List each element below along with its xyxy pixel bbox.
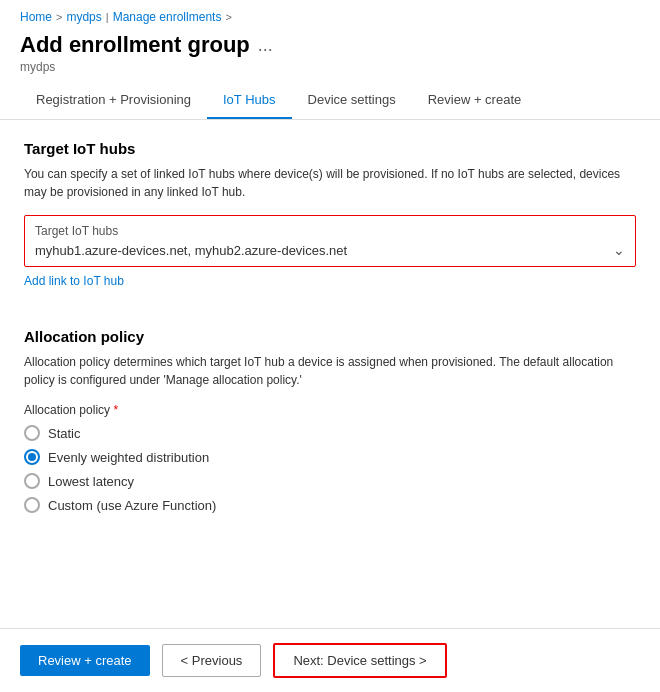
radio-custom-label: Custom (use Azure Function) bbox=[48, 498, 216, 513]
target-iot-hubs-dropdown-icon[interactable]: ⌄ bbox=[613, 242, 625, 258]
allocation-policy-title: Allocation policy bbox=[24, 328, 636, 345]
breadcrumb-sep-3: > bbox=[225, 11, 231, 23]
radio-evenly-weighted-outer[interactable] bbox=[24, 449, 40, 465]
target-iot-hubs-value-row: myhub1.azure-devices.net, myhub2.azure-d… bbox=[35, 242, 625, 258]
radio-lowest-latency[interactable]: Lowest latency bbox=[24, 473, 636, 489]
radio-static-outer[interactable] bbox=[24, 425, 40, 441]
next-device-settings-button[interactable]: Next: Device settings > bbox=[273, 643, 446, 678]
breadcrumb-manage-enrollments[interactable]: Manage enrollments bbox=[113, 10, 222, 24]
footer-bar: Review + create < Previous Next: Device … bbox=[0, 628, 660, 692]
allocation-policy-desc: Allocation policy determines which targe… bbox=[24, 353, 636, 389]
tabs-bar: Registration + Provisioning IoT Hubs Dev… bbox=[0, 82, 660, 120]
required-marker: * bbox=[113, 403, 118, 417]
breadcrumb-sep-1: > bbox=[56, 11, 62, 23]
radio-custom-outer[interactable] bbox=[24, 497, 40, 513]
radio-lowest-latency-label: Lowest latency bbox=[48, 474, 134, 489]
tab-iot-hubs[interactable]: IoT Hubs bbox=[207, 82, 292, 119]
target-iot-hubs-desc: You can specify a set of linked IoT hubs… bbox=[24, 165, 636, 201]
page-subtitle: mydps bbox=[0, 60, 660, 82]
breadcrumb: Home > mydps | Manage enrollments > bbox=[0, 0, 660, 28]
radio-evenly-weighted-label: Evenly weighted distribution bbox=[48, 450, 209, 465]
radio-static[interactable]: Static bbox=[24, 425, 636, 441]
previous-button[interactable]: < Previous bbox=[162, 644, 262, 677]
radio-custom[interactable]: Custom (use Azure Function) bbox=[24, 497, 636, 513]
breadcrumb-sep-2: | bbox=[106, 11, 109, 23]
allocation-policy-radio-group: Static Evenly weighted distribution Lowe… bbox=[24, 425, 636, 513]
target-iot-hubs-field-label: Target IoT hubs bbox=[35, 224, 625, 238]
tab-review-create[interactable]: Review + create bbox=[412, 82, 538, 119]
allocation-policy-section: Allocation policy Allocation policy dete… bbox=[24, 328, 636, 513]
target-iot-hubs-field: Target IoT hubs myhub1.azure-devices.net… bbox=[24, 215, 636, 267]
radio-evenly-weighted-inner bbox=[28, 453, 36, 461]
page-title-row: Add enrollment group ... bbox=[0, 28, 660, 60]
tab-device-settings[interactable]: Device settings bbox=[292, 82, 412, 119]
target-iot-hubs-value: myhub1.azure-devices.net, myhub2.azure-d… bbox=[35, 243, 347, 258]
breadcrumb-home[interactable]: Home bbox=[20, 10, 52, 24]
tab-registration[interactable]: Registration + Provisioning bbox=[20, 82, 207, 119]
radio-static-label: Static bbox=[48, 426, 81, 441]
page-title: Add enrollment group bbox=[20, 32, 250, 58]
main-content: Target IoT hubs You can specify a set of… bbox=[0, 120, 660, 541]
radio-lowest-latency-outer[interactable] bbox=[24, 473, 40, 489]
breadcrumb-mydps[interactable]: mydps bbox=[66, 10, 101, 24]
target-iot-hubs-title: Target IoT hubs bbox=[24, 140, 636, 157]
radio-evenly-weighted[interactable]: Evenly weighted distribution bbox=[24, 449, 636, 465]
ellipsis-menu[interactable]: ... bbox=[258, 35, 273, 56]
add-link-to-iot-hub[interactable]: Add link to IoT hub bbox=[24, 274, 124, 288]
allocation-policy-field-label: Allocation policy * bbox=[24, 403, 636, 417]
review-create-button[interactable]: Review + create bbox=[20, 645, 150, 676]
